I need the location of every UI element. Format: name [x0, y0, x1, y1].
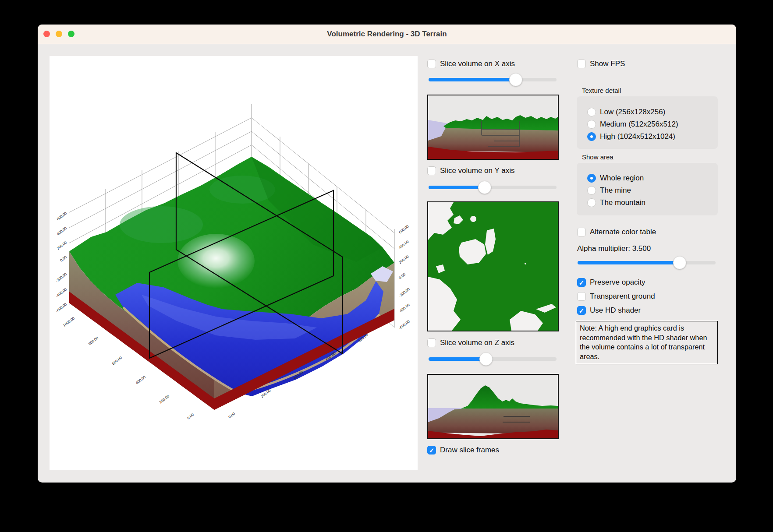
alternate-color-checkbox[interactable] [577, 228, 586, 236]
terrain-3d-scene: 600.00 400.00 200.00 0.00 -200.00 -400.0… [50, 56, 418, 470]
slice-y-slider-fill [429, 186, 485, 189]
texture-detail-group: Low (256x128x256) Medium (512x256x512) H… [577, 96, 718, 149]
svg-text:400.00: 400.00 [135, 375, 147, 385]
svg-text:200.00: 200.00 [56, 240, 68, 251]
title-bar: Volumetric Rendering - 3D Terrain [38, 25, 736, 44]
svg-text:600.00: 600.00 [398, 224, 410, 235]
svg-text:600.00: 600.00 [111, 356, 123, 366]
slice-x-slider-fill [429, 78, 516, 81]
slice-z-row: Slice volume on Z axis [427, 338, 514, 348]
texture-high-row: High (1024x512x1024) [587, 132, 675, 141]
window-title: Volumetric Rendering - 3D Terrain [38, 25, 736, 44]
alpha-slider-handle[interactable] [673, 256, 686, 269]
slice-z-slider-fill [429, 357, 486, 361]
svg-text:200.00: 200.00 [159, 394, 170, 405]
alpha-multiplier-row: Alpha multiplier: 3.500 [577, 244, 651, 254]
transparent-ground-row: Transparent ground [577, 292, 655, 301]
area-mountain-label: The mountain [600, 198, 645, 207]
svg-text:0.00: 0.00 [59, 255, 67, 263]
preserve-opacity-label: Preserve opacity [590, 278, 645, 287]
slice-z-checkbox[interactable] [427, 338, 436, 347]
alternate-color-row: Alternate color table [577, 227, 656, 237]
zoom-button[interactable] [68, 31, 74, 37]
area-mine-label: The mine [600, 186, 631, 195]
hd-shader-note: Note: A high end graphics card is recomm… [576, 321, 718, 364]
slice-x-checkbox[interactable] [427, 60, 436, 68]
preserve-opacity-checkbox[interactable] [577, 278, 586, 287]
x-slice-preview [427, 95, 559, 160]
slice-z-slider[interactable] [429, 353, 557, 365]
texture-medium-row: Medium (512x256x512) [587, 120, 678, 129]
slice-y-slider-handle[interactable] [478, 181, 491, 194]
show-fps-checkbox[interactable] [577, 60, 586, 68]
slice-z-slider-handle[interactable] [479, 352, 493, 366]
slice-z-label: Slice volume on Z axis [440, 338, 514, 347]
area-whole-row: Whole region [587, 173, 644, 183]
svg-text:0.00: 0.00 [398, 272, 406, 280]
draw-slice-frames-checkbox[interactable] [427, 446, 436, 454]
svg-text:-200.00: -200.00 [55, 272, 67, 283]
hd-shader-label: Use HD shader [590, 306, 641, 315]
slice-y-checkbox[interactable] [427, 166, 436, 175]
area-mine-row: The mine [587, 186, 631, 195]
mountain-peak [177, 234, 255, 288]
svg-text:800.00: 800.00 [88, 336, 99, 346]
draw-slice-frames-label: Draw slice frames [440, 446, 499, 454]
svg-text:0.00: 0.00 [186, 412, 195, 420]
texture-low-row: Low (256x128x256) [587, 107, 665, 117]
minimize-button[interactable] [56, 31, 62, 37]
preserve-opacity-row: Preserve opacity [577, 278, 645, 287]
svg-text:-600.00: -600.00 [55, 302, 67, 314]
alpha-slider[interactable] [578, 257, 716, 269]
area-mountain-row: The mountain [587, 198, 645, 208]
alpha-slider-fill [578, 261, 680, 264]
screen: Volumetric Rendering - 3D Terrain [0, 0, 773, 532]
svg-text:1000.00: 1000.00 [62, 316, 76, 328]
area-whole-region-radio[interactable] [587, 174, 596, 183]
texture-high-label: High (1024x512x1024) [600, 132, 675, 141]
slice-y-label: Slice volume on Y axis [440, 166, 514, 175]
svg-text:-400.00: -400.00 [398, 303, 411, 314]
svg-text:-200.00: -200.00 [398, 287, 411, 298]
hd-shader-checkbox[interactable] [577, 306, 586, 315]
show-area-group: Whole region The mine The mountain [577, 163, 718, 215]
svg-text:200.00: 200.00 [398, 254, 410, 265]
texture-medium-radio[interactable] [587, 120, 596, 129]
texture-low-radio[interactable] [587, 108, 596, 116]
draw-frames-row: Draw slice frames [427, 445, 499, 455]
show-area-title: Show area [582, 153, 613, 161]
texture-detail-title: Texture detail [582, 87, 621, 94]
terrain-3d-plot[interactable]: 600.00 400.00 200.00 0.00 -200.00 -400.0… [50, 56, 418, 470]
y-slice-preview [427, 201, 559, 331]
texture-high-radio[interactable] [587, 132, 596, 141]
svg-text:600.00: 600.00 [56, 211, 68, 222]
z-slice-preview [427, 374, 559, 439]
svg-text:-600.00: -600.00 [398, 319, 411, 331]
slice-x-slider[interactable] [429, 74, 557, 86]
slice-y-slider[interactable] [429, 181, 557, 194]
svg-text:400.00: 400.00 [398, 240, 410, 250]
slice-x-slider-handle[interactable] [509, 73, 522, 86]
show-fps-label: Show FPS [590, 60, 625, 68]
close-button[interactable] [43, 31, 50, 37]
app-window: Volumetric Rendering - 3D Terrain [38, 25, 736, 483]
slice-x-label: Slice volume on X axis [440, 60, 515, 68]
svg-text:400.00: 400.00 [56, 226, 68, 236]
transparent-ground-checkbox[interactable] [577, 292, 586, 301]
show-fps-row: Show FPS [577, 59, 625, 69]
area-mine-radio[interactable] [587, 186, 596, 195]
alpha-multiplier-label: Alpha multiplier: 3.500 [577, 244, 651, 253]
texture-low-label: Low (256x128x256) [600, 108, 665, 116]
hd-shader-row: Use HD shader [577, 306, 641, 315]
area-mountain-radio[interactable] [587, 198, 596, 207]
transparent-ground-label: Transparent ground [590, 292, 655, 301]
texture-medium-label: Medium (512x256x512) [600, 120, 678, 129]
alternate-color-label: Alternate color table [590, 228, 656, 236]
area-whole-region-label: Whole region [600, 174, 644, 183]
slice-y-row: Slice volume on Y axis [427, 166, 514, 176]
svg-text:-400.00: -400.00 [55, 287, 67, 299]
slice-x-row: Slice volume on X axis [427, 59, 515, 69]
svg-text:0.00: 0.00 [227, 411, 236, 419]
